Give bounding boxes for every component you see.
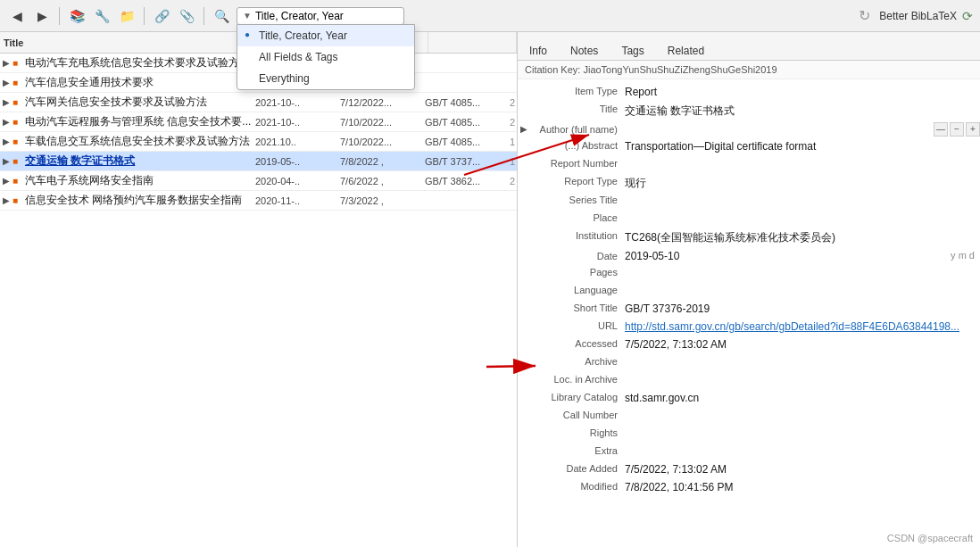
field-row-author: ▶ Author (full name) — − + bbox=[518, 120, 980, 137]
row-title: 信息安全技术 网络预约汽车服务数据安全指南 bbox=[25, 193, 255, 208]
row-report-icon: ■ bbox=[12, 176, 25, 186]
citation-key-value: JiaoTongYunShuShuZiZhengShuGeShi2019 bbox=[583, 64, 777, 75]
separator-2 bbox=[144, 7, 145, 25]
field-value-modified: 7/8/2022, 10:41:56 PM bbox=[625, 479, 980, 493]
field-row-pages: Pages bbox=[518, 264, 980, 282]
field-value-pages[interactable] bbox=[625, 265, 980, 267]
field-label-report-type: Report Type bbox=[518, 174, 625, 186]
fields-area: Item Type Report Title 交通运输 数字证书格式 ▶ Aut… bbox=[518, 79, 980, 547]
tab-info[interactable]: Info bbox=[518, 40, 559, 61]
row-date1: 2019-05-.. bbox=[255, 156, 340, 167]
field-value-archive[interactable] bbox=[625, 354, 980, 356]
row-report-icon: ■ bbox=[12, 97, 25, 107]
field-row-loc-archive: Loc. in Archive bbox=[518, 371, 980, 389]
link-icon[interactable]: 🔗 bbox=[152, 6, 171, 26]
dropdown-item-all-fields[interactable]: All Fields & Tags bbox=[237, 46, 414, 68]
field-value-accessed[interactable]: 7/5/2022, 7:13:02 AM bbox=[625, 336, 980, 351]
field-value-series-title[interactable] bbox=[625, 193, 980, 195]
row-report-icon: ■ bbox=[12, 58, 25, 68]
row-date2: 7/10/2022... bbox=[340, 137, 425, 147]
field-label-extra: Extra bbox=[518, 443, 625, 456]
row-extra: GB/T 4085... bbox=[425, 117, 499, 128]
row-num: 2 bbox=[499, 176, 517, 186]
table-row[interactable]: ▶ ■ 汽车电子系统网络安全指南 2020-04-.. 7/6/2022 , G… bbox=[0, 171, 517, 191]
row-num: 1 bbox=[499, 137, 517, 147]
field-label-archive: Archive bbox=[518, 354, 625, 367]
field-row-institution: Institution TC268(全国智能运输系统标准化技术委员会) bbox=[518, 228, 980, 246]
field-value-report-type[interactable]: 现行 bbox=[625, 174, 980, 191]
row-extra: GB/T 4085... bbox=[425, 137, 499, 147]
row-title: 汽车网关信息安全技术要求及试验方法 bbox=[25, 95, 255, 110]
field-value-url[interactable]: http://std.samr.gov.cn/gb/search/gbDetai… bbox=[625, 319, 980, 333]
library-icon[interactable]: 📚 bbox=[67, 6, 87, 26]
date-ymd-label: y m d bbox=[951, 250, 975, 261]
table-row[interactable]: ▶ ■ 车载信息交互系统信息安全技术要求及试验方法 2021.10.. 7/10… bbox=[0, 132, 517, 152]
field-row-rights: Rights bbox=[518, 425, 980, 443]
back-icon[interactable]: ◀ bbox=[7, 6, 27, 26]
table-row[interactable]: ▶ ■ 交通运输 数字证书格式 2019-05-.. 7/8/2022 , GB… bbox=[0, 152, 517, 171]
field-label-institution: Institution bbox=[518, 228, 625, 241]
field-row-title: Title 交通运输 数字证书格式 bbox=[518, 101, 980, 120]
table-row[interactable]: ▶ ■ 信息安全技术 网络预约汽车服务数据安全指南 2020-11-.. 7/3… bbox=[0, 191, 517, 211]
tools-icon[interactable]: 🔧 bbox=[92, 6, 112, 26]
author-ctrl-minus[interactable]: − bbox=[950, 122, 964, 137]
field-value-date[interactable]: 2019-05-10 bbox=[625, 248, 951, 262]
row-expand-icon: ▶ bbox=[0, 137, 12, 146]
table-row[interactable]: ▶ ■ 汽车网关信息安全技术要求及试验方法 2021-10-.. 7/12/20… bbox=[0, 93, 517, 112]
search-glass-icon[interactable]: 🔍 bbox=[212, 6, 231, 26]
field-label-loc-archive: Loc. in Archive bbox=[518, 372, 625, 385]
row-date2: 7/12/2022... bbox=[340, 97, 425, 108]
field-value-short-title[interactable]: GB/T 37376-2019 bbox=[625, 301, 980, 315]
author-ctrl-bar[interactable]: — bbox=[934, 122, 948, 137]
tab-notes[interactable]: Notes bbox=[559, 40, 610, 61]
field-value-rights[interactable] bbox=[625, 426, 980, 427]
field-row-modified: Modified 7/8/2022, 10:41:56 PM bbox=[518, 478, 980, 496]
dropdown-item-everything[interactable]: Everything bbox=[237, 68, 414, 89]
field-value-abstract[interactable]: Transportation—Digital certificate forma… bbox=[625, 138, 980, 153]
separator-3 bbox=[203, 7, 204, 25]
field-row-url: URL http://std.samr.gov.cn/gb/search/gbD… bbox=[518, 318, 980, 336]
forward-icon[interactable]: ▶ bbox=[32, 6, 52, 26]
row-expand-icon: ▶ bbox=[0, 78, 12, 87]
field-row-report-number: Report Number bbox=[518, 155, 980, 173]
field-value-title[interactable]: 交通运输 数字证书格式 bbox=[625, 102, 980, 119]
row-expand-icon: ▶ bbox=[0, 156, 12, 166]
tab-tags[interactable]: Tags bbox=[610, 40, 655, 61]
dropdown-item-title[interactable]: Title, Creator, Year bbox=[237, 25, 414, 46]
row-date1: 2020-04-.. bbox=[255, 176, 340, 186]
field-label-rights: Rights bbox=[518, 426, 625, 438]
field-value-institution[interactable]: TC268(全国智能运输系统标准化技术委员会) bbox=[625, 228, 980, 245]
table-row[interactable]: ▶ ■ 电动汽车远程服务与管理系统 信息安全技术要... 2021-10-.. … bbox=[0, 112, 517, 132]
field-label-library-catalog: Library Catalog bbox=[518, 390, 625, 402]
paperclip-icon[interactable]: 📎 bbox=[177, 6, 196, 26]
field-value-loc-archive[interactable] bbox=[625, 372, 980, 374]
field-label-accessed: Accessed bbox=[518, 336, 625, 349]
row-num: 1 bbox=[499, 156, 517, 167]
author-ctrl-plus[interactable]: + bbox=[966, 122, 980, 137]
field-value-extra[interactable] bbox=[625, 443, 980, 445]
refresh-icon[interactable]: ⟳ bbox=[962, 9, 973, 23]
field-value-item-type[interactable]: Report bbox=[625, 84, 980, 98]
row-title: 汽车电子系统网络安全指南 bbox=[25, 173, 255, 188]
field-value-place[interactable] bbox=[625, 211, 980, 212]
field-value-call-number[interactable] bbox=[625, 408, 980, 410]
author-expand-icon[interactable]: ▶ bbox=[518, 124, 530, 134]
field-value-language[interactable] bbox=[625, 283, 980, 285]
field-value-library-catalog[interactable]: std.samr.gov.cn bbox=[625, 390, 980, 404]
tab-related[interactable]: Related bbox=[656, 40, 716, 61]
search-input[interactable] bbox=[255, 10, 398, 22]
field-label-short-title: Short Title bbox=[518, 301, 625, 313]
col-header-title: Title bbox=[0, 32, 259, 53]
field-label-series-title: Series Title bbox=[518, 193, 625, 205]
search-box[interactable]: ▼ Title, Creator, Year All Fields & Tags… bbox=[237, 7, 404, 25]
field-row-date: Date 2019-05-10 y m d bbox=[518, 246, 980, 264]
left-panel: Title Date Date ▶ ■ 电动汽车充电系统信息安全技术要求及试验方… bbox=[0, 32, 518, 547]
field-value-report-number[interactable] bbox=[625, 156, 980, 158]
table-body: ▶ ■ 电动汽车充电系统信息安全技术要求及试验方法 2022-07-.. 8/5… bbox=[0, 54, 517, 547]
collection-icon[interactable]: 📁 bbox=[117, 6, 137, 26]
field-value-author[interactable] bbox=[625, 128, 934, 129]
field-row-accessed: Accessed 7/5/2022, 7:13:02 AM bbox=[518, 336, 980, 353]
row-date1: 2021-10-.. bbox=[255, 117, 340, 128]
sync-icon[interactable]: ↻ bbox=[854, 6, 874, 26]
watermark: CSDN @spacecraft bbox=[887, 533, 973, 543]
